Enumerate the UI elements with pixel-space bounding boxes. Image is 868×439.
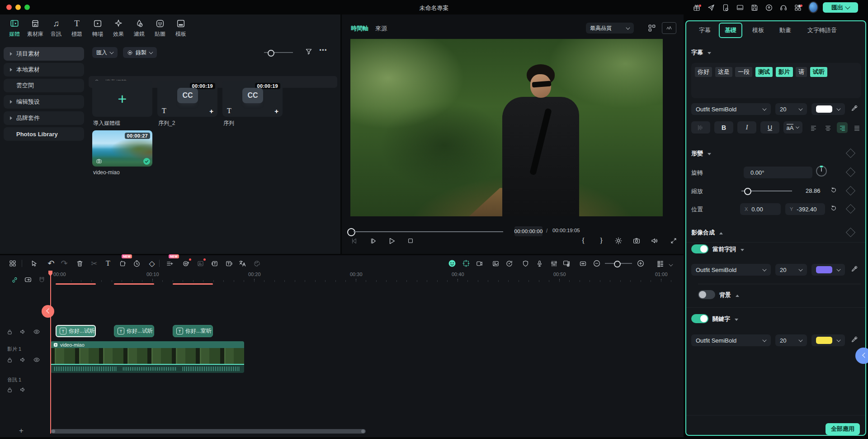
tab-audio[interactable]: ♫ 音訊 — [46, 18, 66, 38]
video-thumbnail-card[interactable]: 00:00:27 — [92, 130, 152, 167]
add-to-timeline-icon[interactable]: + — [274, 107, 278, 115]
previous-frame-button[interactable] — [349, 235, 360, 246]
ai-palette-icon[interactable] — [251, 258, 262, 269]
word-chip[interactable]: 请 — [796, 67, 807, 77]
subtitle-clip[interactable]: T 你好...试听 — [114, 325, 154, 337]
more-options-icon[interactable]: ⋯ — [319, 45, 327, 55]
fullscreen-icon[interactable] — [668, 235, 679, 246]
replay-icon[interactable] — [504, 258, 514, 269]
font-family-select[interactable]: Outfit SemiBold — [691, 334, 771, 346]
tab-timeline-preview[interactable]: 時間軸 — [351, 24, 368, 33]
timeline-zoom-knob[interactable] — [614, 261, 621, 267]
align-justify-button[interactable] — [851, 122, 862, 133]
hide-track-icon[interactable] — [33, 356, 41, 364]
position-x-input[interactable]: X0.00 — [740, 203, 781, 215]
subtitle-clip[interactable]: T 你好...试听 — [56, 325, 96, 337]
word-chip[interactable]: 你好 — [695, 67, 712, 77]
undo-icon[interactable]: ↶ — [46, 258, 57, 269]
font-family-select[interactable]: Outfit SemiBold — [691, 103, 771, 115]
voiceover-mic-icon[interactable] — [534, 258, 545, 269]
export-button[interactable]: 匯出 — [823, 2, 858, 13]
horizontal-scrollbar[interactable] — [51, 429, 366, 434]
fit-timeline-icon[interactable] — [577, 258, 588, 269]
hide-track-icon[interactable] — [33, 328, 41, 336]
word-chip-highlighted[interactable]: 试听 — [810, 67, 827, 77]
export-frame-icon[interactable] — [474, 258, 485, 269]
audio-denoise-icon[interactable] — [180, 258, 191, 269]
scrollbar-handle[interactable] — [361, 429, 365, 433]
word-chip-highlighted[interactable]: 测试 — [755, 67, 773, 77]
import-button[interactable]: 匯入 — [92, 47, 118, 58]
sidebar-item-brand-kit[interactable]: 品牌套件 — [4, 111, 84, 125]
tab-media[interactable]: 媒體 — [4, 18, 25, 38]
translate-icon[interactable] — [237, 258, 248, 269]
preview-settings-gear-icon[interactable] — [613, 235, 624, 246]
marker-badge[interactable] — [42, 305, 54, 318]
tab-stickers[interactable]: 貼圖 — [150, 18, 170, 38]
add-track-button[interactable]: + — [19, 426, 24, 435]
font-size-select[interactable]: 20 — [775, 334, 807, 346]
eyedropper-icon[interactable] — [851, 265, 858, 272]
eyedropper-icon[interactable] — [851, 336, 858, 343]
seek-bar[interactable] — [354, 231, 503, 232]
keyframe-diamond-icon[interactable] — [846, 186, 855, 196]
sidebar-item-local-media[interactable]: 本地素材 — [4, 63, 84, 76]
cloud-upload-icon[interactable] — [764, 3, 774, 13]
tab-title[interactable]: T 標題 — [66, 18, 87, 38]
slider-knob[interactable] — [268, 50, 274, 57]
keyframe-diamond-icon[interactable] — [846, 167, 855, 177]
auto-reframe-icon[interactable] — [461, 258, 472, 269]
mute-track-icon[interactable] — [19, 356, 27, 364]
zoom-out-icon[interactable] — [591, 258, 602, 269]
align-center-button[interactable] — [822, 122, 833, 133]
letter-spacing-button[interactable] — [691, 121, 710, 134]
display-icon[interactable] — [735, 3, 745, 13]
font-color-select[interactable] — [811, 103, 845, 115]
tab-animation[interactable]: 動畫 — [779, 26, 791, 34]
tab-basic[interactable]: 基礎 — [719, 23, 742, 38]
position-y-input[interactable]: Y-392.40 — [785, 203, 825, 215]
italic-button[interactable]: I — [737, 121, 756, 134]
text-to-speech-icon[interactable] — [223, 258, 234, 269]
close-window-button[interactable] — [6, 5, 12, 10]
zoom-window-button[interactable] — [24, 5, 30, 10]
text-case-button[interactable]: aA — [783, 121, 802, 134]
scale-value[interactable]: 28.86 — [806, 187, 821, 194]
duration-clock-icon[interactable] — [131, 258, 142, 269]
align-left-button[interactable] — [808, 122, 819, 133]
keyframe-diamond-icon[interactable] — [846, 148, 855, 158]
tab-template[interactable]: 模板 — [752, 26, 764, 34]
smart-cutout-icon[interactable] — [195, 258, 206, 269]
video-clip[interactable]: video-miao — [51, 341, 244, 373]
save-icon[interactable] — [750, 3, 760, 13]
lock-track-icon[interactable] — [5, 356, 14, 364]
collapse-panel-button[interactable] — [855, 348, 868, 364]
speech-to-text-icon[interactable] — [209, 258, 220, 269]
step-forward-button[interactable] — [368, 235, 379, 246]
workspace-grid-icon[interactable] — [793, 3, 803, 13]
mute-track-icon[interactable] — [19, 386, 27, 394]
avatar[interactable] — [808, 2, 818, 12]
font-size-select[interactable]: 20 — [775, 264, 807, 276]
word-chip[interactable]: 一段 — [735, 67, 752, 77]
captions-face-icon[interactable] — [447, 258, 458, 269]
sidebar-item-edit-presets[interactable]: 编辑预设 — [4, 95, 84, 109]
filter-funnel-icon[interactable] — [305, 48, 313, 56]
magnet-snap-icon[interactable] — [36, 274, 47, 285]
tab-source-preview[interactable]: 來源 — [375, 24, 387, 33]
font-color-select[interactable] — [811, 264, 845, 276]
word-chip-highlighted[interactable]: 影片 — [776, 67, 793, 77]
image-overlay-icon[interactable] — [490, 258, 501, 269]
link-group-icon[interactable] — [23, 274, 33, 285]
split-scissors-icon[interactable]: ✂ — [89, 258, 99, 269]
subtitle-text-editor[interactable]: 你好 这是 一段 测试 影片 请 试听 — [691, 63, 861, 98]
align-right-button[interactable] — [837, 122, 848, 133]
font-family-select[interactable]: Outfit SemiBold — [691, 264, 771, 276]
bold-button[interactable]: B — [714, 121, 733, 134]
add-track-icon[interactable]: NEW — [164, 258, 175, 269]
keyframe-diamond-icon[interactable] — [846, 204, 855, 214]
rotate-input[interactable]: 0.00° — [744, 167, 812, 178]
keyword-toggle[interactable] — [691, 314, 708, 323]
stop-button[interactable] — [405, 235, 416, 246]
preview-render-icon[interactable] — [561, 258, 572, 269]
